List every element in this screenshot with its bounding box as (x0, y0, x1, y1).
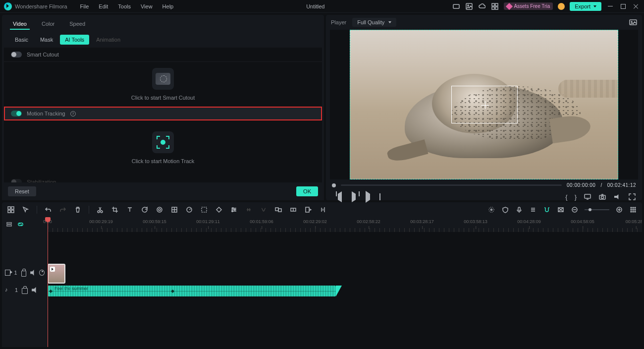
motion-track-box[interactable] (451, 86, 518, 123)
stabilization-row: Stabilization (4, 175, 322, 182)
gem-icon (506, 2, 513, 9)
volume-icon[interactable] (613, 193, 621, 201)
lock-icon[interactable] (21, 271, 27, 277)
video-clip[interactable] (48, 264, 65, 284)
mark-out-button[interactable]: } (575, 193, 577, 201)
audio-clip[interactable]: Feel the summer (48, 286, 336, 296)
smart-cutout-toggle[interactable] (11, 52, 22, 58)
rotate-icon[interactable] (141, 206, 149, 214)
menu-file[interactable]: File (75, 1, 94, 11)
subtab-ai-tools[interactable]: AI Tools (60, 35, 89, 45)
subtab-mask[interactable]: Mask (35, 35, 58, 45)
window-close[interactable] (632, 2, 640, 10)
preview-viewport[interactable] (330, 30, 638, 179)
crop-icon[interactable] (111, 206, 119, 214)
apps-icon[interactable] (491, 2, 499, 10)
mic-icon[interactable] (515, 206, 523, 214)
lock-icon[interactable] (22, 288, 28, 294)
snapshot-icon[interactable] (629, 18, 637, 26)
redo-icon[interactable] (59, 206, 67, 214)
detach-icon[interactable] (289, 206, 297, 214)
svg-rect-12 (8, 207, 10, 209)
tab-color[interactable]: Color (39, 19, 57, 30)
export-label: Export (575, 3, 590, 9)
subtab-basic[interactable]: Basic (10, 35, 33, 45)
hint-icon[interactable] (558, 3, 565, 10)
toggle-tracks-icon[interactable] (6, 221, 12, 229)
stop-button[interactable] (379, 194, 385, 200)
assets-trial-button[interactable]: Assets Free Tria (504, 2, 553, 10)
menu-tools[interactable]: Tools (113, 1, 136, 11)
display-icon[interactable] (584, 193, 591, 201)
svg-point-41 (635, 209, 636, 210)
camera-icon[interactable] (598, 193, 606, 201)
undo-icon[interactable] (44, 206, 52, 214)
shield-icon[interactable] (501, 206, 509, 214)
video-track-lane[interactable] (48, 263, 642, 283)
window-minimize[interactable] (606, 2, 614, 10)
filmora-icon (4, 2, 12, 10)
menu-view[interactable]: View (136, 1, 158, 11)
audio-stretch-icon[interactable] (245, 206, 253, 214)
text-icon[interactable] (126, 206, 134, 214)
grid-size-icon[interactable] (629, 206, 637, 214)
menu-help[interactable]: Help (158, 1, 179, 11)
playhead[interactable] (48, 217, 48, 347)
audio-track-lane[interactable]: Feel the summer (48, 286, 642, 297)
prev-frame-button[interactable] (338, 194, 344, 200)
motion-tracking-toggle[interactable] (11, 111, 22, 116)
scrub-track[interactable] (341, 184, 562, 186)
next-frame-button[interactable] (352, 194, 358, 200)
timeline-ruler[interactable]: 0:0000:00:29:1900:00:59:1500:01:29:1100:… (48, 217, 642, 232)
link-icon[interactable] (17, 221, 24, 229)
tab-speed[interactable]: Speed (66, 19, 88, 30)
mix-icon[interactable] (487, 206, 495, 214)
menu-edit[interactable]: Edit (94, 1, 113, 11)
speed-icon[interactable] (185, 206, 193, 214)
ok-button[interactable]: OK (296, 186, 318, 196)
selection-tool-icon[interactable] (22, 206, 30, 214)
help-icon[interactable]: ? (70, 111, 76, 116)
mark-in-button[interactable]: { (565, 193, 567, 201)
tab-video[interactable]: Video (10, 19, 30, 30)
subtab-animation[interactable]: Animation (91, 35, 125, 45)
adjust-icon[interactable] (230, 206, 238, 214)
scrub-handle[interactable] (332, 183, 336, 187)
reset-button[interactable]: Reset (8, 186, 36, 196)
play-button[interactable] (366, 194, 372, 200)
auto-reframe-icon[interactable] (200, 206, 208, 214)
svg-point-42 (631, 211, 632, 212)
screen-record-icon[interactable] (452, 2, 460, 10)
mask-icon[interactable] (170, 206, 178, 214)
panel-footer: Reset OK (2, 182, 324, 200)
zoom-slider[interactable] (585, 209, 609, 210)
cloud-icon[interactable] (478, 2, 486, 10)
mute-icon[interactable] (32, 287, 38, 293)
timeline-main[interactable]: 0:0000:00:29:1900:00:59:1500:01:29:1100:… (48, 217, 642, 347)
eye-icon[interactable] (39, 270, 45, 276)
motion-track-area[interactable]: Click to start Motion Track (4, 120, 322, 175)
fullscreen-icon[interactable] (628, 193, 636, 201)
zoom-in-icon[interactable] (615, 206, 623, 214)
list-icon[interactable] (529, 206, 537, 214)
preview-render-icon[interactable] (557, 206, 565, 214)
smart-cutout-area[interactable]: Click to start Smart Cutout (4, 62, 322, 107)
stabilization-toggle[interactable] (11, 179, 22, 182)
marker-icon[interactable] (304, 206, 312, 214)
mute-icon[interactable] (30, 270, 35, 276)
quality-select[interactable]: Full Quality (352, 18, 396, 27)
export-button[interactable]: Export (570, 2, 601, 11)
cursor-tool-icon[interactable] (7, 206, 15, 214)
delete-icon[interactable] (74, 206, 82, 214)
voice-icon[interactable] (260, 206, 268, 214)
zoom-out-icon[interactable] (571, 206, 579, 214)
media-icon[interactable] (465, 2, 473, 10)
svg-point-25 (232, 211, 233, 212)
window-maximize[interactable] (619, 2, 627, 10)
color-match-icon[interactable] (156, 206, 163, 214)
keyframe-icon[interactable] (215, 206, 223, 214)
group-icon[interactable] (274, 206, 282, 214)
split-icon[interactable] (96, 206, 104, 214)
snap-icon[interactable] (543, 206, 551, 214)
audio-beat-icon[interactable] (319, 206, 327, 214)
